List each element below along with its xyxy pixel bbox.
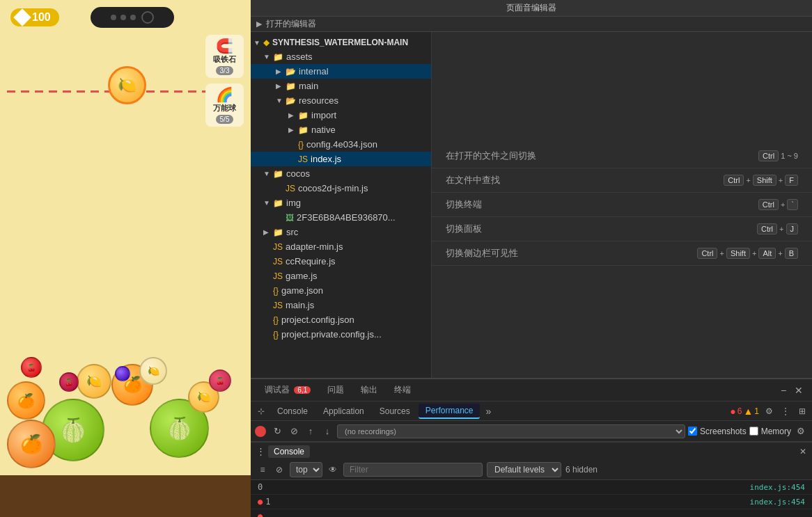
- tree-game-json[interactable]: {} game.json: [251, 283, 431, 298]
- tree-project-private[interactable]: {} project.private.config.js...: [251, 327, 431, 342]
- file-link-1[interactable]: index.js:454: [750, 498, 805, 507]
- perf-tab-console[interactable]: Console: [270, 404, 315, 418]
- tree-import[interactable]: ▶ 📁 import: [251, 108, 431, 122]
- tree-project-config[interactable]: {} project.config.json: [251, 312, 431, 327]
- context-toggle-panel[interactable]: 切换面板 Ctrl + J: [432, 217, 812, 241]
- settings-button[interactable]: ⚙: [762, 404, 776, 418]
- perf-performance-label: Performance: [425, 406, 474, 415]
- console-toolbar: ≡ ⊘ top 👁 Default levels 6 hidden: [251, 460, 812, 480]
- project-config-label: project.config.json: [281, 315, 354, 325]
- tree-assets[interactable]: ▼ 📁 assets: [251, 49, 431, 64]
- devtools-window-controls: − ✕: [777, 384, 805, 397]
- record-button[interactable]: [255, 426, 266, 437]
- tab-output[interactable]: 输出: [354, 381, 384, 399]
- tree-internal[interactable]: ▶ 📂 internal: [251, 64, 431, 79]
- tree-resources[interactable]: ▼ 📂 resources: [251, 93, 431, 108]
- close-button[interactable]: ✕: [793, 384, 805, 397]
- item-magnet[interactable]: 🧲 吸铁石 3/3: [205, 35, 244, 78]
- console-close-icon[interactable]: ✕: [799, 447, 806, 456]
- tree-main-js[interactable]: JS main.js: [251, 298, 431, 312]
- tab-issues[interactable]: 问题: [320, 381, 351, 399]
- file-tree-area: ▼ ◆ SYNTHESIS_WATERMELON-MAIN ▼ 📁 assets: [251, 32, 812, 378]
- perf-cursor-icon[interactable]: ⊹: [253, 404, 269, 419]
- tab-debugger[interactable]: 调试器 6,1: [258, 381, 318, 399]
- fruit-blueberry: [115, 366, 130, 381]
- download-button[interactable]: ↓: [320, 424, 334, 438]
- context-toggle-terminal[interactable]: 切换终端 Ctrl + `: [432, 193, 812, 217]
- item-magnet-count: 3/3: [216, 66, 234, 75]
- console-context-select[interactable]: top: [290, 462, 322, 477]
- project-private-label: project.private.config.js...: [281, 329, 382, 340]
- console-row-2: ● ...: [251, 509, 812, 517]
- devtools-panel: 调试器 6,1 问题 输出 终端 − ✕ ⊹ Console: [251, 378, 812, 517]
- tree-img[interactable]: ▼ 📁 img: [251, 196, 431, 210]
- line-num-1: 1: [265, 497, 279, 507]
- more-tabs-button[interactable]: »: [481, 404, 495, 418]
- ide-menu-bar: 页面音编辑器: [251, 0, 812, 17]
- game-js-label: game.js: [286, 271, 318, 281]
- tree-project[interactable]: ▼ ◆ SYNTHESIS_WATERMELON-MAIN: [251, 35, 431, 49]
- item-rainbow-label: 万能球: [213, 104, 236, 112]
- perf-tab-application[interactable]: Application: [316, 404, 371, 418]
- fruit-small-lemon: 🍋: [139, 357, 167, 385]
- context-toggle-sidebar[interactable]: 切换侧边栏可见性 Ctrl + Shift + Alt + B: [432, 241, 812, 266]
- tree-native[interactable]: ▶ 📁 native: [251, 122, 431, 137]
- tree-config-json[interactable]: {} config.4e034.json: [251, 137, 431, 152]
- console-level-select[interactable]: Default levels: [487, 462, 561, 477]
- phone-dot: [120, 15, 126, 20]
- tree-index-js[interactable]: JS index.js: [251, 152, 431, 166]
- console-block-icon[interactable]: ⊘: [273, 463, 286, 476]
- adapter-label: adapter-min.js: [286, 241, 343, 252]
- item-rainbow[interactable]: 🌈 万能球 5/5: [205, 83, 244, 127]
- side-items: 🧲 吸铁石 3/3 🌈 万能球 5/5: [205, 35, 244, 127]
- more-rows-indicator: ...: [265, 512, 279, 518]
- more-options-button[interactable]: ⋮: [779, 404, 793, 418]
- tree-ccRequire[interactable]: JS ccRequire.js: [251, 254, 431, 269]
- img-label: img: [286, 198, 301, 208]
- context-switch-files[interactable]: 在打开的文件之间切换 Ctrl 1 ~ 9: [432, 144, 812, 168]
- stop-button[interactable]: ⊘: [287, 424, 301, 438]
- falling-fruit: 🍋: [108, 66, 146, 104]
- console-menu-icon[interactable]: ⋮: [256, 446, 265, 456]
- tree-cocos-min[interactable]: JS cocos2d-js-min.js: [251, 181, 431, 196]
- tree-adapter[interactable]: JS adapter-min.js: [251, 239, 431, 254]
- context-find-in-file[interactable]: 在文件中查找 Ctrl + Shift + F: [432, 168, 812, 193]
- tree-cocos[interactable]: ▼ 📁 cocos: [251, 166, 431, 181]
- perf-settings-button[interactable]: ⚙: [794, 424, 808, 438]
- native-label: native: [311, 125, 336, 135]
- tree-src[interactable]: ▶ 📁 src: [251, 225, 431, 239]
- screenshots-label: Screenshots: [700, 427, 747, 436]
- warn-triangle-icon: ▲: [743, 406, 753, 417]
- kbd-shift2: Shift: [726, 248, 750, 259]
- eye-icon[interactable]: 👁: [327, 463, 339, 476]
- refresh-button[interactable]: ↻: [270, 424, 284, 438]
- console-output: 0 index.js:454 ● 1 index.js:454 ● ...: [251, 480, 812, 517]
- console-tab-active[interactable]: Console: [268, 445, 310, 458]
- tab-terminal[interactable]: 终端: [387, 381, 418, 399]
- project-name-label: SYNTHESIS_WATERMELON-MAIN: [272, 38, 408, 47]
- toggle-terminal-shortcut: Ctrl + `: [758, 199, 798, 210]
- context-menu: 在打开的文件之间切换 Ctrl 1 ~ 9 在文件中查找 Ctrl + Shif…: [432, 32, 812, 378]
- perf-tabs-row: ⊹ Console Application Sources Performanc…: [251, 401, 812, 421]
- screenshots-checkbox[interactable]: [688, 427, 697, 436]
- perf-tab-performance[interactable]: Performance: [419, 404, 481, 419]
- phone-dots: [111, 15, 136, 20]
- toolbar-open-label[interactable]: 打开的编辑器: [266, 18, 316, 30]
- console-filter-input[interactable]: [343, 463, 483, 477]
- tree-main[interactable]: ▶ 📁 main: [251, 79, 431, 93]
- recording-select[interactable]: (no recordings): [337, 424, 685, 438]
- tab-issues-label: 问题: [327, 385, 344, 395]
- minimize-button[interactable]: −: [777, 384, 790, 397]
- file-link-0[interactable]: index.js:454: [750, 483, 805, 492]
- console-sidebar-icon[interactable]: ≡: [256, 463, 269, 476]
- expand-button[interactable]: ⊞: [795, 404, 809, 418]
- devtools-controls: ↻ ⊘ ↑ ↓ (no recordings) Screenshots Memo…: [251, 421, 812, 442]
- upload-button[interactable]: ↑: [304, 424, 318, 438]
- tab-debugger-label: 调试器: [265, 385, 290, 395]
- perf-tab-sources[interactable]: Sources: [373, 404, 417, 418]
- kbd-ctrl3: Ctrl: [758, 199, 779, 210]
- warn-count: 1: [754, 406, 759, 416]
- tree-img-file[interactable]: 🖼 2F3E6B8A4BE936870...: [251, 210, 431, 225]
- tree-game-js[interactable]: JS game.js: [251, 269, 431, 283]
- memory-checkbox[interactable]: [749, 427, 758, 436]
